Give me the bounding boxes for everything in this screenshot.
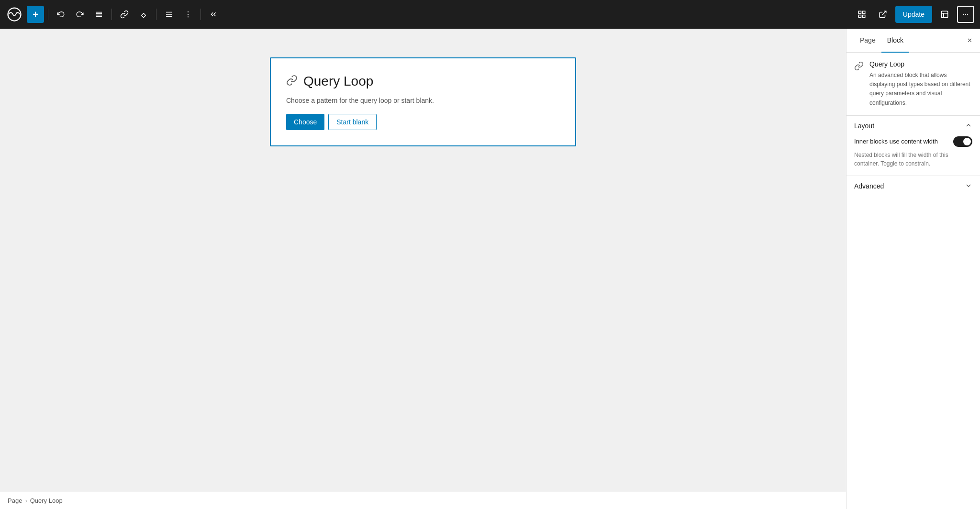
svg-point-10 xyxy=(188,16,189,17)
svg-point-20 xyxy=(965,14,966,15)
more-options-button[interactable] xyxy=(957,6,974,23)
breadcrumb-page[interactable]: Page xyxy=(8,497,22,504)
main-layout: Query Loop Choose a pattern for the quer… xyxy=(0,29,980,509)
query-loop-block: Query Loop Choose a pattern for the quer… xyxy=(270,57,576,146)
svg-line-15 xyxy=(882,11,886,15)
layout-section-header[interactable]: Layout xyxy=(846,116,980,136)
layout-section: Layout Inner blocks use content width Ne… xyxy=(846,115,980,176)
list-view-button[interactable] xyxy=(90,6,108,23)
svg-rect-13 xyxy=(858,15,861,18)
sidebar-block-info: Query Loop An advanced block that allows… xyxy=(846,53,980,115)
add-block-button[interactable]: + xyxy=(27,6,44,23)
advanced-chevron-down-icon xyxy=(965,182,972,191)
sidebar: Page Block ✕ Query Loop An advanced bloc… xyxy=(846,29,980,509)
move-button[interactable] xyxy=(135,6,152,23)
toolbar: + xyxy=(0,0,980,29)
block-title: Query Loop xyxy=(303,74,373,89)
inner-blocks-toggle-label: Inner blocks use content width xyxy=(854,138,938,145)
advanced-section-header[interactable]: Advanced xyxy=(846,176,980,197)
svg-point-0 xyxy=(8,8,21,21)
start-blank-button[interactable]: Start blank xyxy=(328,114,377,130)
align-button[interactable] xyxy=(160,6,178,23)
update-button[interactable]: Update xyxy=(895,6,932,23)
block-actions: Choose Start blank xyxy=(286,114,560,130)
block-description: Choose a pattern for the query loop or s… xyxy=(286,97,560,104)
inner-blocks-toggle[interactable] xyxy=(953,136,972,147)
svg-rect-11 xyxy=(858,11,861,13)
layout-section-title: Layout xyxy=(854,122,874,130)
redo-button[interactable] xyxy=(71,6,89,23)
tab-page[interactable]: Page xyxy=(854,29,881,53)
sidebar-close-button[interactable]: ✕ xyxy=(963,34,976,47)
canvas-area: Query Loop Choose a pattern for the quer… xyxy=(0,29,846,509)
breadcrumb-bar: Page › Query Loop xyxy=(0,492,846,509)
options-button[interactable] xyxy=(179,6,197,23)
breadcrumb-separator: › xyxy=(25,497,27,504)
svg-point-21 xyxy=(967,14,968,15)
sidebar-tabs: Page Block ✕ xyxy=(846,29,980,53)
tab-block[interactable]: Block xyxy=(881,29,909,53)
sidebar-block-description: An advanced block that allows displaying… xyxy=(869,71,972,108)
toolbar-right: Update xyxy=(853,6,974,23)
toolbar-divider-3 xyxy=(156,9,156,20)
advanced-section: Advanced xyxy=(846,176,980,197)
inner-blocks-toggle-hint: Nested blocks will fill the width of thi… xyxy=(854,151,972,168)
svg-point-19 xyxy=(963,14,964,15)
sidebar-block-icon xyxy=(854,61,864,73)
external-link-button[interactable] xyxy=(874,6,891,23)
toolbar-divider-1 xyxy=(48,9,48,20)
collapse-button[interactable] xyxy=(205,6,222,23)
sidebar-block-title: Query Loop xyxy=(869,60,972,68)
svg-point-8 xyxy=(188,11,189,12)
canvas-content: Query Loop Choose a pattern for the quer… xyxy=(0,29,846,492)
query-loop-icon xyxy=(286,75,298,89)
breadcrumb-current: Query Loop xyxy=(30,497,63,504)
link-button[interactable] xyxy=(116,6,133,23)
layout-section-content: Inner blocks use content width Nested bl… xyxy=(846,136,980,176)
svg-point-9 xyxy=(188,14,189,15)
undo-button[interactable] xyxy=(52,6,69,23)
settings-button[interactable] xyxy=(936,6,953,23)
toolbar-divider-2 xyxy=(111,9,112,20)
layout-chevron-up-icon xyxy=(965,122,972,131)
block-title-row: Query Loop xyxy=(286,74,560,89)
inner-blocks-toggle-row: Inner blocks use content width xyxy=(854,136,972,147)
advanced-section-title: Advanced xyxy=(854,182,884,190)
wp-logo xyxy=(6,6,23,23)
svg-rect-16 xyxy=(941,11,948,18)
block-info-content: Query Loop An advanced block that allows… xyxy=(869,60,972,108)
svg-rect-14 xyxy=(862,15,865,18)
choose-button[interactable]: Choose xyxy=(286,114,324,130)
svg-rect-12 xyxy=(862,11,865,13)
view-button[interactable] xyxy=(853,6,870,23)
toolbar-divider-4 xyxy=(200,9,201,20)
